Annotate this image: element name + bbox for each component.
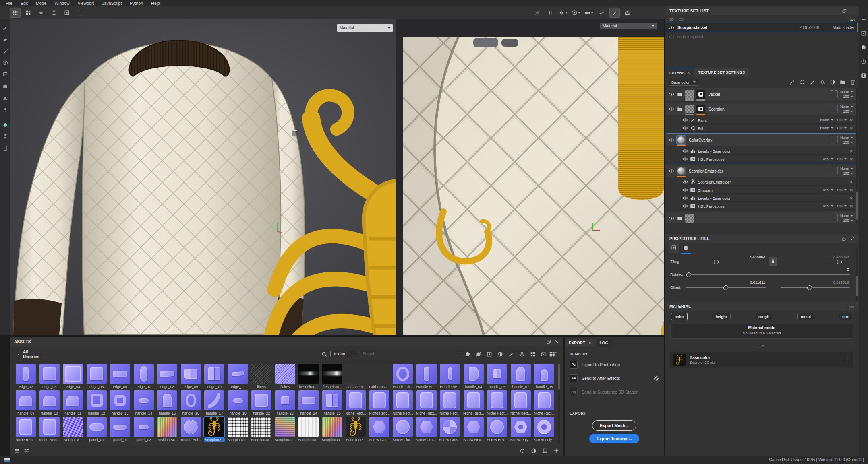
- effect-blend-dropdown[interactable]: Norm: [820, 126, 833, 130]
- slider-knob[interactable]: [714, 260, 719, 264]
- folder-icon[interactable]: [677, 91, 683, 97]
- list-options-icon[interactable]: [850, 16, 856, 22]
- effect-blend-dropdown[interactable]: Norm: [820, 118, 833, 122]
- layer-effect-row[interactable]: Levels - Base color ✕: [680, 148, 856, 155]
- resource-row[interactable]: Base color Scorpion2Color: [670, 352, 853, 368]
- mirror-icon[interactable]: [558, 8, 568, 18]
- library-manage-icon[interactable]: [542, 448, 548, 454]
- smart-masks-filter-icon[interactable]: [487, 351, 492, 357]
- asset-item[interactable]: handle_18: [226, 390, 250, 417]
- camera-icon[interactable]: [584, 8, 594, 18]
- slider-track-2[interactable]: [781, 262, 850, 262]
- layer-thumbnail-mask[interactable]: [696, 90, 705, 99]
- shading-mode-dropdown-3d[interactable]: Material: [337, 24, 393, 32]
- procedurals-filter-icon[interactable]: [519, 351, 525, 357]
- asset-item[interactable]: edge_02: [14, 364, 38, 390]
- asset-item[interactable]: fresnelran...: [321, 364, 344, 390]
- layer-visibility-icon[interactable]: [669, 106, 674, 112]
- substance-assets-icon[interactable]: S: [860, 72, 867, 79]
- remove-resource-icon[interactable]: [845, 358, 850, 362]
- new-window-icon[interactable]: [62, 8, 72, 18]
- grid-view-icon[interactable]: [549, 351, 555, 357]
- asset-item[interactable]: Niche Rect...: [438, 390, 462, 417]
- layer-thumbnail-sphere[interactable]: [677, 136, 686, 144]
- asset-item[interactable]: fresnelran...: [297, 364, 321, 390]
- effect-opacity-dropdown[interactable]: 100: [837, 188, 847, 192]
- quick-stroke-icon[interactable]: [597, 8, 607, 18]
- tool-polygon-fill[interactable]: [1, 59, 9, 66]
- layer-thumbnail-mask[interactable]: [696, 105, 705, 113]
- table-view-icon[interactable]: [23, 8, 33, 18]
- effect-opacity-dropdown[interactable]: 100: [837, 118, 847, 122]
- asset-item[interactable]: ScorpionJa...: [297, 417, 321, 443]
- history-icon[interactable]: [860, 58, 867, 65]
- effect-visibility-icon[interactable]: [682, 195, 688, 201]
- list-options-icon[interactable]: [849, 303, 855, 309]
- close-circle-icon[interactable]: [75, 8, 85, 18]
- channel-height[interactable]: height: [712, 313, 731, 320]
- asset-item[interactable]: handle_09: [14, 390, 38, 417]
- asset-item[interactable]: Grid Altern...: [344, 364, 368, 390]
- export-textures-button[interactable]: Export Textures...: [589, 434, 639, 443]
- asset-item[interactable]: handle_08: [532, 364, 556, 390]
- asset-item[interactable]: Niche Rect...: [462, 390, 486, 417]
- visibility-icon[interactable]: [669, 25, 674, 31]
- layer-effect-row[interactable]: S Sharpen Repl 100 ✕: [680, 187, 856, 194]
- asset-item[interactable]: edge_03: [38, 364, 62, 390]
- asset-item[interactable]: handle_13: [108, 390, 132, 417]
- asset-item[interactable]: handle_23: [273, 390, 297, 417]
- tool-clone[interactable]: [1, 82, 9, 90]
- blend-mode-dropdown[interactable]: Norm: [840, 213, 853, 218]
- opacity-dropdown[interactable]: 100: [843, 218, 853, 223]
- slider-knob-2[interactable]: [807, 285, 812, 290]
- slider-value[interactable]: 0.011611: [734, 280, 765, 285]
- asset-item[interactable]: Handle Cir...: [391, 364, 415, 390]
- export-mesh-button[interactable]: Export Mesh...: [592, 420, 636, 431]
- delete-layer-icon[interactable]: [850, 79, 856, 85]
- asset-item[interactable]: Grid Cross...: [368, 364, 392, 390]
- asset-item[interactable]: Screw Hex...: [485, 417, 509, 443]
- asset-item[interactable]: Niche Rect...: [415, 390, 439, 417]
- channel-rough[interactable]: rough: [755, 313, 773, 320]
- blend-mode-dropdown[interactable]: Norm: [840, 135, 853, 140]
- slider-knob[interactable]: [686, 272, 691, 277]
- asset-item[interactable]: ScorpionJa...: [273, 417, 297, 443]
- shading-mode-dropdown-2d[interactable]: Material: [600, 23, 657, 29]
- blend-mode-dropdown[interactable]: Norm: [840, 166, 853, 171]
- asset-item[interactable]: Screw Clut...: [391, 417, 415, 443]
- folder-icon[interactable]: [677, 215, 683, 221]
- collapse-icon[interactable]: [860, 16, 867, 23]
- folder-icon[interactable]: [677, 106, 683, 112]
- hide-assets-icon[interactable]: [531, 448, 537, 454]
- asset-item[interactable]: Niche Rect...: [344, 390, 368, 417]
- slider-value-2[interactable]: -0.283916: [818, 280, 849, 285]
- tool-projection[interactable]: [1, 47, 9, 55]
- layer-row[interactable]: ScorpionEmbroider Norm100: [666, 165, 856, 177]
- blend-mode-dropdown[interactable]: Norm: [840, 89, 853, 94]
- remove-effect-icon[interactable]: ✕: [850, 118, 853, 122]
- list-view-icon[interactable]: [14, 448, 20, 454]
- asset-item[interactable]: panel_03: [132, 417, 156, 443]
- asset-item[interactable]: Screw Poly...: [532, 417, 556, 443]
- menu-file[interactable]: File: [2, 1, 17, 6]
- menu-help[interactable]: Help: [147, 1, 164, 6]
- effect-opacity-dropdown[interactable]: 100: [837, 204, 847, 208]
- asset-item[interactable]: handle_07: [509, 364, 533, 390]
- layers-scrollbar[interactable]: [856, 88, 858, 223]
- tool-symmetry-tool[interactable]: [1, 132, 9, 140]
- viewport-2d[interactable]: Material: [396, 19, 664, 335]
- slider-value[interactable]: 3.435003: [734, 254, 765, 259]
- effect-visibility-icon[interactable]: [682, 203, 688, 209]
- slider-track[interactable]: [686, 287, 766, 288]
- layer-effect-row[interactable]: S HSL Perceptive Repl 100 ✕: [680, 203, 856, 210]
- search-input[interactable]: [362, 351, 452, 357]
- asset-item[interactable]: Niche Rect...: [368, 390, 392, 417]
- solo-visibility-icon[interactable]: [678, 16, 684, 22]
- tool-paint-brush[interactable]: [1, 24, 9, 31]
- remove-effect-icon[interactable]: ✕: [850, 204, 853, 208]
- menu-edit[interactable]: Edit: [17, 1, 32, 6]
- send-to-ps[interactable]: Ps Export to Photoshop: [565, 358, 664, 371]
- close-panel-icon[interactable]: [850, 237, 855, 241]
- asset-item[interactable]: handle_24: [297, 390, 321, 417]
- layer-row[interactable]: Norm100: [666, 212, 856, 223]
